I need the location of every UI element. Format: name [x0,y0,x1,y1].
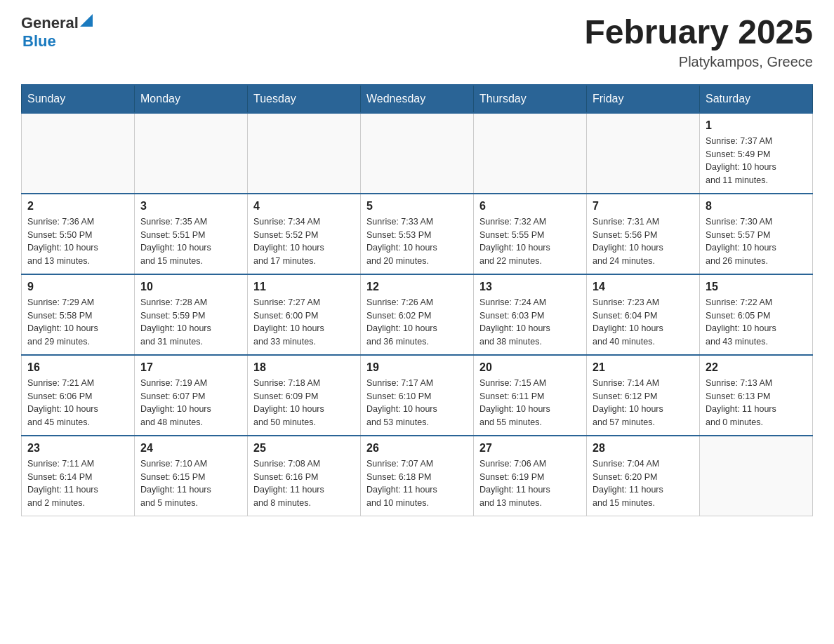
weekday-header-sunday: Sunday [22,85,135,113]
day-number: 23 [27,442,128,455]
day-info: Sunrise: 7:19 AMSunset: 6:07 PMDaylight:… [140,377,241,429]
day-number: 7 [593,200,694,213]
calendar-cell: 13Sunrise: 7:24 AMSunset: 6:03 PMDayligh… [474,274,587,355]
calendar-week-row: 23Sunrise: 7:11 AMSunset: 6:14 PMDayligh… [22,436,813,516]
day-info: Sunrise: 7:08 AMSunset: 6:16 PMDaylight:… [253,457,355,510]
day-info: Sunrise: 7:15 AMSunset: 6:11 PMDaylight:… [479,377,581,429]
month-title: February 2025 [584,14,813,51]
location-text: Platykampos, Greece [584,54,813,70]
day-info: Sunrise: 7:34 AMSunset: 5:52 PMDaylight:… [253,215,355,268]
day-number: 1 [706,119,807,132]
calendar-cell: 20Sunrise: 7:15 AMSunset: 6:11 PMDayligh… [474,355,587,436]
day-info: Sunrise: 7:37 AMSunset: 5:49 PMDaylight:… [706,135,807,187]
svg-marker-0 [80,14,93,27]
calendar-cell: 12Sunrise: 7:26 AMSunset: 6:02 PMDayligh… [361,274,474,355]
day-info: Sunrise: 7:27 AMSunset: 6:00 PMDaylight:… [253,296,355,349]
day-number: 3 [140,200,241,213]
day-number: 18 [253,361,355,374]
day-info: Sunrise: 7:31 AMSunset: 5:56 PMDaylight:… [593,215,694,268]
calendar-cell: 6Sunrise: 7:32 AMSunset: 5:55 PMDaylight… [474,194,587,274]
calendar-cell [248,113,361,194]
calendar-cell: 27Sunrise: 7:06 AMSunset: 6:19 PMDayligh… [474,436,587,516]
day-number: 10 [140,281,241,293]
day-info: Sunrise: 7:33 AMSunset: 5:53 PMDaylight:… [366,215,468,268]
day-number: 22 [706,361,807,374]
day-number: 27 [479,442,581,455]
day-number: 25 [253,442,355,455]
calendar-cell: 22Sunrise: 7:13 AMSunset: 6:13 PMDayligh… [700,355,813,436]
calendar-cell: 19Sunrise: 7:17 AMSunset: 6:10 PMDayligh… [361,355,474,436]
calendar-cell: 23Sunrise: 7:11 AMSunset: 6:14 PMDayligh… [22,436,135,516]
calendar-cell: 28Sunrise: 7:04 AMSunset: 6:20 PMDayligh… [587,436,700,516]
day-number: 26 [366,442,468,455]
day-info: Sunrise: 7:22 AMSunset: 6:05 PMDaylight:… [706,296,807,349]
logo-blue-text: Blue [22,32,56,51]
day-info: Sunrise: 7:29 AMSunset: 5:58 PMDaylight:… [27,296,128,349]
weekday-header-saturday: Saturday [700,85,813,113]
calendar-cell [361,113,474,194]
day-number: 16 [27,361,128,374]
day-info: Sunrise: 7:28 AMSunset: 5:59 PMDaylight:… [140,296,241,349]
calendar-cell: 14Sunrise: 7:23 AMSunset: 6:04 PMDayligh… [587,274,700,355]
calendar-cell: 26Sunrise: 7:07 AMSunset: 6:18 PMDayligh… [361,436,474,516]
day-info: Sunrise: 7:32 AMSunset: 5:55 PMDaylight:… [479,215,581,268]
day-number: 5 [366,200,468,213]
calendar-week-row: 16Sunrise: 7:21 AMSunset: 6:06 PMDayligh… [22,355,813,436]
day-number: 9 [27,281,128,293]
calendar-cell: 15Sunrise: 7:22 AMSunset: 6:05 PMDayligh… [700,274,813,355]
calendar-cell: 16Sunrise: 7:21 AMSunset: 6:06 PMDayligh… [22,355,135,436]
day-info: Sunrise: 7:26 AMSunset: 6:02 PMDaylight:… [366,296,468,349]
calendar-cell [22,113,135,194]
calendar-cell: 10Sunrise: 7:28 AMSunset: 5:59 PMDayligh… [135,274,248,355]
calendar-cell: 18Sunrise: 7:18 AMSunset: 6:09 PMDayligh… [248,355,361,436]
day-info: Sunrise: 7:18 AMSunset: 6:09 PMDaylight:… [253,377,355,429]
calendar-cell [474,113,587,194]
day-info: Sunrise: 7:04 AMSunset: 6:20 PMDaylight:… [593,457,694,510]
day-number: 4 [253,200,355,213]
calendar-cell: 25Sunrise: 7:08 AMSunset: 6:16 PMDayligh… [248,436,361,516]
calendar-cell: 1Sunrise: 7:37 AMSunset: 5:49 PMDaylight… [700,113,813,194]
weekday-header-row: SundayMondayTuesdayWednesdayThursdayFrid… [22,85,813,113]
day-number: 17 [140,361,241,374]
day-number: 20 [479,361,581,374]
day-info: Sunrise: 7:36 AMSunset: 5:50 PMDaylight:… [27,215,128,268]
day-info: Sunrise: 7:10 AMSunset: 6:15 PMDaylight:… [140,457,241,510]
calendar-week-row: 2Sunrise: 7:36 AMSunset: 5:50 PMDaylight… [22,194,813,274]
calendar-cell: 9Sunrise: 7:29 AMSunset: 5:58 PMDaylight… [22,274,135,355]
calendar-cell [587,113,700,194]
day-info: Sunrise: 7:30 AMSunset: 5:57 PMDaylight:… [706,215,807,268]
day-info: Sunrise: 7:24 AMSunset: 6:03 PMDaylight:… [479,296,581,349]
logo-triangle-icon [80,14,94,28]
day-info: Sunrise: 7:14 AMSunset: 6:12 PMDaylight:… [593,377,694,429]
logo-general-text: General [21,14,79,32]
calendar-cell: 21Sunrise: 7:14 AMSunset: 6:12 PMDayligh… [587,355,700,436]
day-info: Sunrise: 7:06 AMSunset: 6:19 PMDaylight:… [479,457,581,510]
calendar-cell [700,436,813,516]
weekday-header-wednesday: Wednesday [361,85,474,113]
calendar-week-row: 9Sunrise: 7:29 AMSunset: 5:58 PMDaylight… [22,274,813,355]
page-header: General Blue February 2025 Platykampos, … [21,14,813,70]
calendar-cell: 17Sunrise: 7:19 AMSunset: 6:07 PMDayligh… [135,355,248,436]
weekday-header-monday: Monday [135,85,248,113]
weekday-header-friday: Friday [587,85,700,113]
day-number: 12 [366,281,468,293]
calendar-cell: 2Sunrise: 7:36 AMSunset: 5:50 PMDaylight… [22,194,135,274]
logo: General Blue [21,14,94,51]
weekday-header-tuesday: Tuesday [248,85,361,113]
weekday-header-thursday: Thursday [474,85,587,113]
calendar-cell [135,113,248,194]
calendar-cell: 5Sunrise: 7:33 AMSunset: 5:53 PMDaylight… [361,194,474,274]
day-info: Sunrise: 7:13 AMSunset: 6:13 PMDaylight:… [706,377,807,429]
day-number: 14 [593,281,694,293]
calendar-cell: 24Sunrise: 7:10 AMSunset: 6:15 PMDayligh… [135,436,248,516]
day-info: Sunrise: 7:07 AMSunset: 6:18 PMDaylight:… [366,457,468,510]
day-info: Sunrise: 7:23 AMSunset: 6:04 PMDaylight:… [593,296,694,349]
calendar-cell: 3Sunrise: 7:35 AMSunset: 5:51 PMDaylight… [135,194,248,274]
calendar-cell: 8Sunrise: 7:30 AMSunset: 5:57 PMDaylight… [700,194,813,274]
day-number: 13 [479,281,581,293]
day-number: 11 [253,281,355,293]
day-number: 21 [593,361,694,374]
calendar-cell: 7Sunrise: 7:31 AMSunset: 5:56 PMDaylight… [587,194,700,274]
day-number: 19 [366,361,468,374]
day-info: Sunrise: 7:21 AMSunset: 6:06 PMDaylight:… [27,377,128,429]
